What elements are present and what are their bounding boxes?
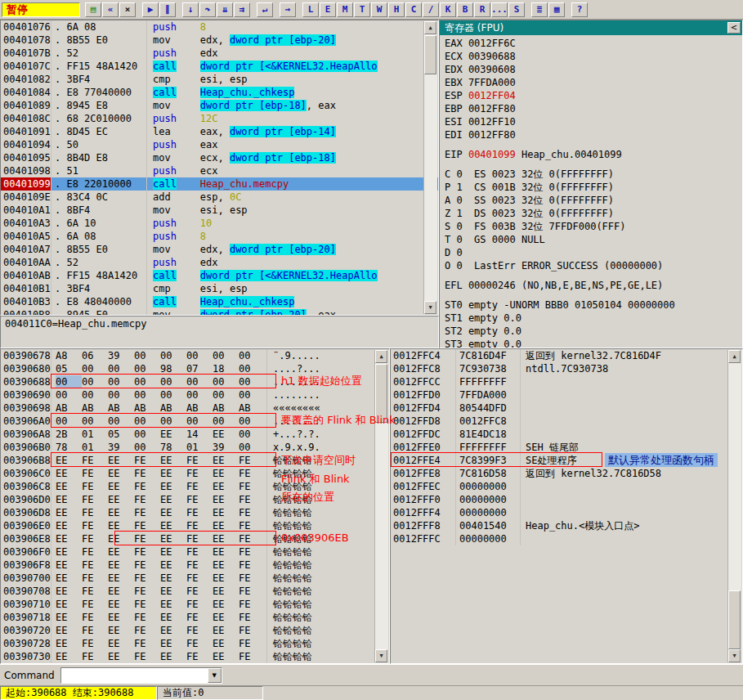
stack-row[interactable]: 0012FFFC00000000 xyxy=(391,532,742,545)
command-combobox[interactable]: ▼ xyxy=(60,667,222,684)
stack-row[interactable]: 0012FFEC00000000 xyxy=(391,480,742,493)
dump-row[interactable]: 003906A82B010500EE14EE00+...?.?. xyxy=(1,428,389,441)
stack-row[interactable]: 0012FFC47C816D4F返回到 kernel32.7C816D4F xyxy=(391,349,742,362)
dump-row[interactable]: 00390730EEFEEEFEEEFEEEFE铪铪铪铪 xyxy=(1,650,389,663)
stack-row[interactable]: 0012FFF400000000 xyxy=(391,506,742,519)
open-file-button[interactable]: ▤ xyxy=(85,2,101,17)
debug-options-button[interactable]: ≣ xyxy=(531,2,548,17)
call-stack-window-button[interactable]: K xyxy=(440,2,456,17)
disasm-row[interactable]: 00401084. E8 77040000call Heap_chu._chke… xyxy=(1,86,438,99)
scroll-up-button[interactable]: ▲ xyxy=(728,350,741,363)
dump-scrollbar[interactable]: ▲▼ xyxy=(374,350,388,662)
step-into-button[interactable]: ↓ xyxy=(182,2,199,17)
dump-row[interactable]: 00390678A806390000000000¨.9..... xyxy=(1,349,389,362)
disasm-row[interactable]: 004010A7. 8B55 E0mov edx, dword ptr [ebp… xyxy=(1,243,438,256)
dump-row[interactable]: 003906F8EEFEEEFEEEFEEEFE铪铪铪铪 xyxy=(1,559,389,572)
scroll-up-button[interactable]: ▲ xyxy=(375,350,387,363)
breakpoints-window-button[interactable]: B xyxy=(457,2,473,17)
references-window-button[interactable]: R xyxy=(474,2,490,17)
appearance-button[interactable]: ▦ xyxy=(548,2,565,17)
close-button[interactable]: × xyxy=(119,2,136,17)
pause-button[interactable]: ∥ xyxy=(159,2,176,17)
registers-collapse-button[interactable]: < xyxy=(727,22,741,34)
disasm-scrollbar[interactable]: ▲▼ xyxy=(423,21,437,314)
threads-window-button[interactable]: T xyxy=(354,2,370,17)
stack-row[interactable]: 0012FFF800401540Heap_chu.<模块入口点> xyxy=(391,519,742,532)
dump-row[interactable]: 003906F0EEFEEEFEEEFEEEFE铪铪铪铪 xyxy=(1,545,389,559)
scrollbar-thumb[interactable] xyxy=(375,364,387,423)
log-window-button[interactable]: L xyxy=(302,2,319,17)
disasm-row[interactable]: 00401091. 8D45 EClea eax, dword ptr [ebp… xyxy=(1,125,438,138)
dump-row[interactable]: 003906B07801390078013900x.9.x.9. xyxy=(1,441,389,454)
scrollbar-thumb[interactable] xyxy=(728,590,741,649)
scroll-down-button[interactable]: ▼ xyxy=(728,649,741,662)
dump-row[interactable]: 00390718EEFEEEFEEEFEEEFE铪铪铪铪 xyxy=(1,611,389,624)
stack-row[interactable]: 0012FFDC81E4DC18 xyxy=(391,428,742,441)
disasm-row[interactable]: 0040108C. 68 2C010000push 12C xyxy=(1,112,438,125)
dump-row[interactable]: 00390710EEFEEEFEEEFEEEFE铪铪铪铪 xyxy=(1,598,389,611)
disasm-row[interactable]: 00401094. 50push eax xyxy=(1,138,438,151)
dump-row[interactable]: 003906880000000000000000........ xyxy=(1,375,389,388)
disasm-row[interactable]: 004010AA. 52push edx xyxy=(1,256,438,269)
step-over-button[interactable]: ↷ xyxy=(199,2,216,17)
help-button[interactable]: ? xyxy=(571,2,588,17)
command-dropdown-button[interactable]: ▼ xyxy=(208,668,222,683)
dump-row[interactable]: 003906B8EEFEEEFEEEFEEEFE铪铪铪铪 xyxy=(1,454,389,467)
stack-row[interactable]: 0012FFC87C930738ntdll.7C930738 xyxy=(391,362,742,375)
disasm-row[interactable]: 004010B1. 3BF4cmp esi, esp xyxy=(1,282,438,295)
disasm-row[interactable]: 0040107C. FF15 48A1420call dword ptr [<&… xyxy=(1,60,438,73)
scroll-down-button[interactable]: ▼ xyxy=(375,649,387,662)
dump-row[interactable]: 003906E0EEFEEEFEEEFEEEFE铪铪铪铪 xyxy=(1,519,389,532)
disasm-row[interactable]: 004010A1. 8BF4mov esi, esp xyxy=(1,204,438,217)
scroll-down-button[interactable]: ▼ xyxy=(424,301,436,314)
go-to-address-button[interactable]: → xyxy=(280,2,296,17)
dump-row[interactable]: 00390698ABABABABABABABAB«««««««« xyxy=(1,402,389,415)
dump-row[interactable]: 003906C8EEFEEEFEEEFEEEFE铪铪铪铪 xyxy=(1,480,389,493)
disasm-row[interactable]: 004010A5. 6A 08push 8 xyxy=(1,230,438,243)
stack-row[interactable]: 0012FFD480544DFD xyxy=(391,402,742,415)
scroll-up-button[interactable]: ▲ xyxy=(424,21,436,34)
stack-row[interactable]: 0012FFCCFFFFFFFF xyxy=(391,375,742,388)
disasm-row[interactable]: 0040107B. 52push edx xyxy=(1,47,438,60)
execute-till-return-button[interactable]: ↵ xyxy=(257,2,273,17)
restart-button[interactable]: « xyxy=(102,2,119,17)
disasm-row[interactable]: 004010B8. 8945 E0mov dword ptr [ebp-20],… xyxy=(1,308,438,316)
patches-window-button[interactable]: / xyxy=(423,2,439,17)
stack-row[interactable]: 0012FFD80012FFC8 xyxy=(391,415,742,428)
dump-row[interactable]: 00390720EEFEEEFEEEFEEEFE铪铪铪铪 xyxy=(1,624,389,637)
stack-row[interactable]: 0012FFE0FFFFFFFFSEH 链尾部 xyxy=(391,441,742,454)
dump-row[interactable]: 003906900000000000000000........ xyxy=(1,388,389,402)
disasm-row[interactable]: 004010B3. E8 48040000call Heap_chu._chke… xyxy=(1,295,438,308)
dump-row[interactable]: 003906D0EEFEEEFEEEFEEEFE铪铪铪铪 xyxy=(1,493,389,506)
disasm-row[interactable]: 00401076. 6A 08push 8 xyxy=(1,20,438,34)
disasm-row[interactable]: 00401082. 3BF4cmp esi, esp xyxy=(1,73,438,86)
stack-row[interactable]: 0012FFE47C8399F3SE处理程序 xyxy=(391,454,742,467)
disasm-row[interactable]: 00401078. 8B55 E0mov edx, dword ptr [ebp… xyxy=(1,34,438,47)
dump-row[interactable]: 003906D8EEFEEEFEEEFEEEFE铪铪铪铪 xyxy=(1,506,389,519)
dump-row[interactable]: 003906E8EEFEEEFEEEFEEEFE铪铪铪铪 xyxy=(1,532,389,545)
trace-into-button[interactable]: ⇊ xyxy=(217,2,233,17)
dump-row[interactable]: 003906C0EEFEEEFEEEFEEEFE铪铪铪铪 xyxy=(1,467,389,480)
disasm-row[interactable]: 004010AB. FF15 48A1420call dword ptr [<&… xyxy=(1,269,438,282)
disasm-row[interactable]: 00401098. 51push ecx xyxy=(1,164,438,177)
source-window-button[interactable]: S xyxy=(508,2,525,17)
trace-over-button[interactable]: ⇉ xyxy=(234,2,250,17)
memory-window-button[interactable]: M xyxy=(337,2,353,17)
scrollbar-thumb[interactable] xyxy=(424,35,436,74)
disasm-row[interactable]: 004010A3. 6A 10push 10 xyxy=(1,217,438,230)
stack-row[interactable]: 0012FFD07FFDA000 xyxy=(391,388,742,402)
disasm-row[interactable]: 00401095. 8B4D E8mov ecx, dword ptr [ebp… xyxy=(1,151,438,164)
disasm-row[interactable]: 00401099. E8 22010000call Heap_chu.memcp… xyxy=(1,177,438,191)
run-button[interactable]: ▶ xyxy=(142,2,159,17)
command-input[interactable] xyxy=(61,668,208,683)
run-trace-window-button[interactable]: ... xyxy=(491,2,508,17)
executables-window-button[interactable]: E xyxy=(320,2,336,17)
dump-row[interactable]: 003906A00000000000000000........ xyxy=(1,415,389,428)
dump-row[interactable]: 00390728EEFEEEFEEEFEEEFE铪铪铪铪 xyxy=(1,637,389,650)
handles-window-button[interactable]: H xyxy=(388,2,405,17)
stack-row[interactable]: 0012FFE87C816D58返回到 kernel32.7C816D58 xyxy=(391,467,742,480)
dump-row[interactable]: 003906800500000098071800....?... xyxy=(1,362,389,375)
disasm-row[interactable]: 0040109E. 83C4 0Cadd esp, 0C xyxy=(1,191,438,204)
windows-window-button[interactable]: W xyxy=(371,2,387,17)
cpu-window-button[interactable]: C xyxy=(405,2,422,17)
